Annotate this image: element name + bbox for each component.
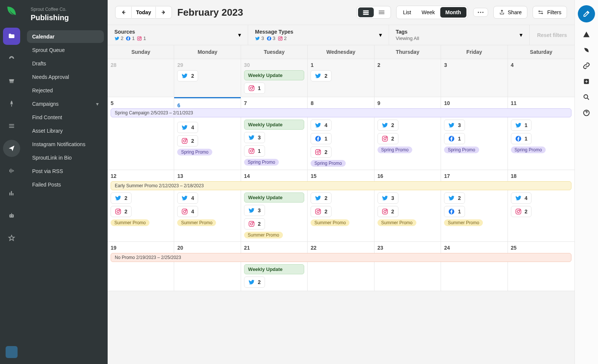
month-view-button[interactable]: Month	[440, 7, 466, 18]
post-chip-tw[interactable]: 4	[177, 122, 198, 133]
post-chip-fb[interactable]: 1	[311, 133, 332, 144]
sidebar-item-failed-posts[interactable]: Failed Posts	[27, 178, 104, 191]
nav-publishing-icon[interactable]	[3, 140, 20, 157]
post-chip-tw[interactable]: 2	[311, 192, 332, 204]
promo-tag[interactable]: Summer Promo	[177, 219, 216, 226]
post-chip-tw[interactable]: 4	[511, 192, 532, 204]
next-button[interactable]	[156, 6, 172, 18]
today-button[interactable]: Today	[131, 7, 156, 18]
post-chip-tw[interactable]: 1	[511, 120, 532, 131]
promo-tag[interactable]: Summer Promo	[111, 219, 150, 226]
more-button[interactable]	[473, 8, 488, 17]
post-chip-fb[interactable]: 1	[444, 133, 465, 144]
filter-tags[interactable]: Tags Viewing All ▾	[389, 25, 530, 45]
sidebar-item-sprout-queue[interactable]: Sprout Queue	[27, 44, 104, 56]
post-chip-ig[interactable]: 2	[511, 206, 532, 217]
promo-tag[interactable]: Spring Promo	[244, 159, 279, 166]
day-cell[interactable]: 1721Summer Promo	[441, 170, 508, 241]
filter-message-types[interactable]: Message Types 3 3 2 ▾	[248, 25, 389, 45]
day-cell[interactable]: 3	[441, 59, 508, 97]
campaign-bar[interactable]: Early Summer Promo 2/12/2023 – 2/18/2023	[111, 181, 571, 190]
nav-listening-icon[interactable]	[3, 162, 20, 179]
promo-tag[interactable]: Spring Promo	[311, 160, 345, 167]
weekly-update-chip[interactable]: Weekly Update	[244, 192, 304, 203]
layout-compact-button[interactable]	[374, 7, 389, 17]
nav-folder-icon[interactable]	[3, 28, 20, 45]
share-button[interactable]: Share	[493, 6, 527, 19]
day-cell[interactable]: 25	[508, 242, 574, 291]
day-cell[interactable]: 1222Summer Promo	[108, 170, 174, 241]
nav-inbox-icon[interactable]	[3, 73, 20, 90]
filter-sources[interactable]: Sources 2 1 1 ▾	[108, 25, 248, 45]
day-cell[interactable]: 21Weekly Update2	[241, 242, 308, 291]
day-cell[interactable]: 24	[441, 242, 508, 291]
layout-cards-button[interactable]	[358, 7, 374, 17]
sidebar-item-campaigns[interactable]: Campaigns▾	[27, 98, 104, 110]
day-cell[interactable]: 1632Summer Promo	[374, 170, 441, 241]
day-cell[interactable]: 1842	[508, 170, 574, 241]
post-chip-ig[interactable]: 1	[244, 145, 265, 157]
post-chip-ig[interactable]: 1	[244, 83, 265, 94]
day-cell[interactable]: 1522Summer Promo	[308, 170, 374, 241]
day-cell[interactable]: 14Weekly Update32Summer Promo	[241, 170, 308, 241]
day-cell[interactable]: 2	[374, 59, 441, 97]
post-chip-tw[interactable]: 3	[377, 192, 398, 204]
nav-dashboard-icon[interactable]	[3, 50, 20, 67]
sidebar-item-sproutlink-in-bio[interactable]: SproutLink in Bio	[27, 151, 104, 164]
promo-tag[interactable]: Spring Promo	[377, 146, 412, 153]
promo-tag[interactable]: Spring Promo	[444, 146, 479, 153]
alert-icon[interactable]	[583, 31, 590, 38]
day-cell[interactable]: 28	[108, 59, 174, 97]
promo-tag[interactable]: Spring Promo	[511, 146, 546, 153]
post-chip-tw[interactable]: 2	[244, 277, 265, 288]
sidebar-item-drafts[interactable]: Drafts	[27, 57, 104, 70]
post-chip-ig[interactable]: 4	[177, 206, 198, 217]
plus-icon[interactable]	[583, 78, 590, 85]
sidebar-item-rejected[interactable]: Rejected	[27, 84, 104, 97]
post-chip-fb[interactable]: 1	[511, 133, 532, 144]
week-view-button[interactable]: Week	[416, 7, 440, 18]
post-chip-tw[interactable]: 4	[177, 192, 198, 204]
post-chip-tw[interactable]: 2	[311, 70, 332, 81]
post-chip-ig[interactable]: 2	[177, 135, 198, 146]
nav-star-icon[interactable]	[3, 229, 20, 247]
sidebar-item-post-via-rss[interactable]: Post via RSS	[27, 165, 104, 178]
sidebar-item-asset-library[interactable]: Asset Library	[27, 124, 104, 137]
weekly-update-chip[interactable]: Weekly Update	[244, 264, 304, 274]
day-cell[interactable]: 30Weekly Update1	[241, 59, 308, 97]
post-chip-ig[interactable]: 2	[244, 218, 265, 229]
post-chip-tw[interactable]: 3	[244, 132, 265, 143]
post-chip-tw[interactable]: 2	[377, 120, 398, 131]
post-chip-tw[interactable]: 3	[244, 205, 265, 216]
prev-button[interactable]	[115, 6, 131, 18]
promo-tag[interactable]: Spring Promo	[177, 149, 212, 155]
nav-bot-icon[interactable]	[3, 207, 20, 224]
post-chip-tw[interactable]: 2	[177, 70, 198, 81]
weekly-update-chip[interactable]: Weekly Update	[244, 70, 304, 80]
post-chip-tw[interactable]: 3	[444, 120, 465, 131]
post-chip-tw[interactable]: 4	[311, 120, 332, 131]
post-chip-ig[interactable]: 2	[377, 133, 398, 144]
promo-tag[interactable]: Summer Promo	[311, 219, 349, 226]
day-cell[interactable]: 1344Summer Promo	[174, 170, 241, 241]
promo-tag[interactable]: Summer Promo	[244, 232, 283, 238]
promo-tag[interactable]: Summer Promo	[444, 219, 483, 226]
sidebar-item-calendar[interactable]: Calendar	[27, 30, 104, 43]
day-cell[interactable]: 292	[174, 59, 241, 97]
day-cell[interactable]: 19	[108, 242, 174, 291]
post-chip-tw[interactable]: 2	[111, 192, 132, 204]
link-icon[interactable]	[583, 62, 590, 70]
post-chip-ig[interactable]: 2	[311, 146, 332, 158]
campaign-bar[interactable]: No Promo 2/19/2023 – 2/25/2023	[111, 253, 571, 262]
nav-list-icon[interactable]	[3, 117, 20, 135]
day-cell[interactable]: 12	[308, 59, 374, 97]
promo-tag[interactable]: Summer Promo	[377, 219, 416, 226]
campaign-bar[interactable]: Spring Campaign 2/5/2023 – 2/11/2023	[111, 108, 571, 117]
list-view-button[interactable]: List	[398, 7, 416, 18]
post-chip-ig[interactable]: 2	[377, 206, 398, 217]
sidebar-item-instagram-notifications[interactable]: Instagram Notifications	[27, 138, 104, 151]
leaf-icon[interactable]	[583, 46, 590, 54]
day-cell[interactable]: 4	[508, 59, 574, 97]
day-cell[interactable]: 22	[308, 242, 374, 291]
post-chip-tw[interactable]: 2	[444, 192, 465, 204]
